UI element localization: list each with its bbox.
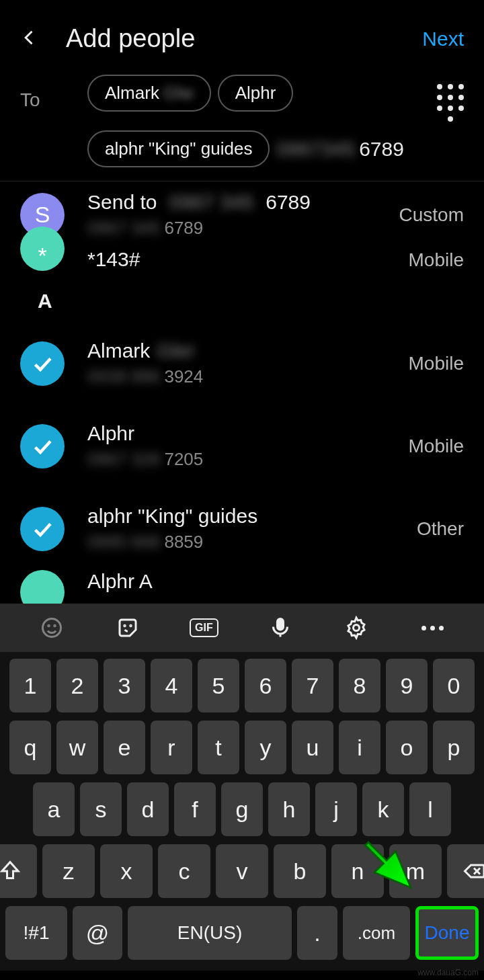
key-at[interactable]: @ (73, 906, 122, 960)
avatar: * (20, 227, 65, 271)
key-backspace[interactable] (447, 844, 484, 898)
contact-row[interactable]: AlmarkGler 0938 8863924 Mobile (0, 322, 484, 405)
key-p[interactable]: p (433, 721, 475, 774)
contact-row-send-to[interactable]: S Send to 0967 345 6789 0967 3456789 Cus… (0, 181, 484, 248)
key-3[interactable]: 3 (104, 659, 145, 712)
key-c[interactable]: c (158, 844, 210, 898)
key-r[interactable]: r (151, 721, 192, 774)
checkmark-icon (20, 341, 65, 386)
key-1[interactable]: 1 (9, 659, 51, 712)
keyboard-toolbar: GIF (0, 604, 484, 652)
key-k[interactable]: k (362, 782, 404, 836)
key-period[interactable]: . (297, 906, 337, 960)
key-x[interactable]: x (100, 844, 153, 898)
svg-point-3 (124, 625, 126, 626)
gif-icon[interactable]: GIF (192, 616, 216, 640)
contact-row[interactable]: Alphr 0967 3287205 Mobile (0, 405, 484, 487)
key-4[interactable]: 4 (151, 659, 192, 712)
section-header: A (0, 280, 484, 322)
key-d[interactable]: d (127, 782, 169, 836)
svg-rect-5 (277, 619, 283, 630)
key-0[interactable]: 0 (433, 659, 475, 712)
keyboard: 1 2 3 4 5 6 7 8 9 0 q w e r t y u i o p … (0, 652, 484, 971)
key-w[interactable]: w (56, 721, 98, 774)
contact-row[interactable]: Alphr A (0, 570, 484, 604)
sticker-icon[interactable] (116, 616, 140, 640)
key-9[interactable]: 9 (386, 659, 428, 712)
svg-marker-9 (366, 842, 411, 888)
dialpad-icon[interactable] (424, 75, 464, 116)
to-label: To (20, 75, 87, 167)
key-y[interactable]: y (245, 721, 286, 774)
key-b[interactable]: b (274, 844, 326, 898)
recipient-chip[interactable]: Alphr (218, 75, 294, 112)
key-v[interactable]: v (216, 844, 268, 898)
svg-point-1 (48, 625, 49, 626)
checkmark-icon (20, 507, 65, 551)
back-button[interactable] (20, 28, 39, 50)
key-q[interactable]: q (9, 721, 51, 774)
contact-row-star[interactable]: * *143# Mobile (0, 248, 484, 280)
watermark: www.dauaG.com (417, 968, 479, 977)
key-e[interactable]: e (104, 721, 145, 774)
page-title: Add people (66, 24, 195, 53)
key-8[interactable]: 8 (339, 659, 380, 712)
more-icon[interactable] (420, 616, 444, 640)
key-done[interactable]: Done (415, 906, 479, 960)
key-s[interactable]: s (80, 782, 122, 836)
key-f[interactable]: f (174, 782, 216, 836)
key-a[interactable]: a (33, 782, 75, 836)
key-j[interactable]: j (315, 782, 357, 836)
number-type: Mobile (409, 353, 464, 374)
key-7[interactable]: 7 (292, 659, 333, 712)
key-l[interactable]: l (409, 782, 451, 836)
key-6[interactable]: 6 (245, 659, 286, 712)
number-type: Mobile (409, 436, 464, 457)
emoji-icon[interactable] (40, 616, 64, 640)
next-button[interactable]: Next (422, 28, 464, 50)
key-5[interactable]: 5 (198, 659, 239, 712)
key-shift[interactable] (0, 844, 37, 898)
mic-icon[interactable] (268, 616, 292, 640)
number-type: Other (417, 518, 464, 540)
recipient-chip[interactable]: AlmarkGlw (87, 75, 211, 112)
key-g[interactable]: g (221, 782, 263, 836)
key-2[interactable]: 2 (56, 659, 98, 712)
svg-point-2 (54, 625, 55, 626)
recipient-chip[interactable]: alphr "King" guides (87, 130, 270, 167)
key-o[interactable]: o (386, 721, 428, 774)
key-z[interactable]: z (42, 844, 95, 898)
key-symbols[interactable]: !#1 (5, 906, 67, 960)
key-space[interactable]: EN(US) (128, 906, 292, 960)
svg-point-6 (353, 625, 359, 631)
key-com[interactable]: .com (343, 906, 410, 960)
contact-row[interactable]: alphr "King" guides 0995 6688859 Other (0, 487, 484, 570)
key-i[interactable]: i (339, 721, 380, 774)
svg-point-0 (42, 619, 61, 637)
key-h[interactable]: h (268, 782, 310, 836)
key-u[interactable]: u (292, 721, 333, 774)
number-input[interactable]: 09673456789 (276, 138, 404, 161)
key-t[interactable]: t (198, 721, 239, 774)
number-type: Mobile (409, 249, 464, 271)
gear-icon[interactable] (344, 616, 368, 640)
avatar (20, 570, 65, 604)
checkmark-icon (20, 424, 65, 468)
highlight-arrow-icon (356, 836, 417, 899)
number-type: Custom (399, 204, 464, 226)
svg-point-4 (130, 625, 132, 626)
